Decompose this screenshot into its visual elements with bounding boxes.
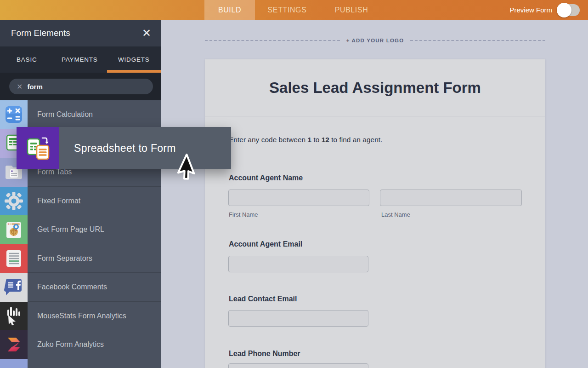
field-label-lead-contact-email: Lead Contact Email <box>229 295 297 303</box>
separator-icon <box>0 244 28 273</box>
gear-icon <box>0 187 28 216</box>
dashed-line <box>410 40 545 41</box>
lead-contact-email-input[interactable] <box>228 310 368 327</box>
widget-fixed-format[interactable]: Fixed Format <box>0 187 161 216</box>
field-label-account-agent-email: Account Agent Email <box>229 240 302 248</box>
widget-search-area: ✕ form <box>0 73 161 100</box>
widget-zuko[interactable]: Zuko Form Analytics <box>0 330 161 359</box>
last-name-input[interactable] <box>380 190 522 206</box>
spreadsheet-to-form-icon <box>17 127 59 169</box>
tab-build[interactable]: BUILD <box>204 0 255 20</box>
widget-get-form-page-url[interactable]: Get Form Page URL <box>0 215 161 244</box>
first-name-sublabel: First Name <box>229 211 258 218</box>
calculator-icon <box>0 100 28 129</box>
tab-publish[interactable]: PUBLISH <box>319 0 384 20</box>
drag-ghost-bar: Spreadsheet to Form <box>59 127 231 169</box>
widget-form-calculation[interactable]: Form Calculation <box>0 100 161 129</box>
form-title: Sales Lead Assignment Form <box>269 79 481 97</box>
field-label-lead-phone-number: Lead Phone Number <box>229 350 300 358</box>
toggle-knob-icon <box>557 3 571 17</box>
widget-form-separators[interactable]: Form Separators <box>0 244 161 273</box>
widget-facebook-comments[interactable]: Facebook Comments <box>0 273 161 302</box>
tab-payments[interactable]: PAYMENTS <box>62 46 98 73</box>
top-bar: BUILD SETTINGS PUBLISH Preview Form <box>0 0 588 20</box>
page-url-icon <box>0 215 28 244</box>
lead-phone-number-input[interactable] <box>228 363 368 368</box>
form-elements-panel: Form Elements ✕ BASIC PAYMENTS WIDGETS ✕… <box>0 20 161 368</box>
field-label-account-agent-name: Account Agent Name <box>229 174 303 182</box>
preview-form-toggle[interactable] <box>558 4 580 16</box>
tab-pill-icon <box>0 359 28 368</box>
last-name-sublabel: Last Name <box>381 211 410 218</box>
first-name-input[interactable] <box>228 190 369 206</box>
mousestats-icon <box>0 302 28 331</box>
form-header-section[interactable]: Sales Lead Assignment Form <box>205 59 545 116</box>
facebook-icon <box>0 273 28 302</box>
tab-basic[interactable]: BASIC <box>17 46 37 73</box>
preview-form-label: Preview Form <box>509 6 552 14</box>
panel-title: Form Elements <box>0 28 70 38</box>
add-logo-label: + ADD YOUR LOGO <box>340 38 411 43</box>
widget-mousestats[interactable]: MouseStats Form Analytics <box>0 302 161 331</box>
drag-ghost-label: Spreadsheet to Form <box>59 142 176 155</box>
clear-search-icon[interactable]: ✕ <box>9 82 27 91</box>
close-icon[interactable]: ✕ <box>140 26 153 40</box>
tab-widgets[interactable]: WIDGETS <box>118 46 150 73</box>
widget-row-partial[interactable] <box>0 359 161 368</box>
form-card: Sales Lead Assignment Form Enter any cod… <box>205 59 545 368</box>
intro-text[interactable]: Enter any code between 1 to 12 to find a… <box>229 136 382 144</box>
panel-header: Form Elements ✕ <box>0 20 161 46</box>
form-canvas: + ADD YOUR LOGO Sales Lead Assignment Fo… <box>161 20 588 368</box>
search-value: form <box>27 83 42 91</box>
search-input[interactable]: ✕ form <box>9 79 153 94</box>
panel-tabs: BASIC PAYMENTS WIDGETS <box>0 46 161 73</box>
account-agent-email-input[interactable] <box>228 256 368 272</box>
zuko-icon <box>0 330 28 359</box>
add-logo-button[interactable]: + ADD YOUR LOGO <box>205 36 545 45</box>
top-nav: BUILD SETTINGS PUBLISH <box>204 0 384 20</box>
tab-settings[interactable]: SETTINGS <box>255 0 319 20</box>
dashed-line <box>205 40 340 41</box>
